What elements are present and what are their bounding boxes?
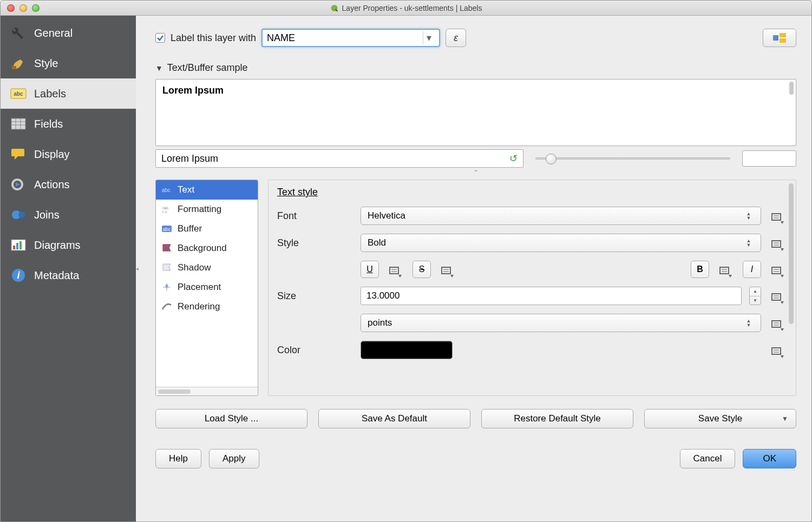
- svg-point-12: [18, 212, 25, 218]
- svg-rect-55: [772, 294, 781, 300]
- sidebar-item-actions[interactable]: Actions: [1, 169, 136, 200]
- tablist-scrollbar[interactable]: [156, 387, 258, 395]
- buffer-tab-icon: abc: [161, 224, 172, 234]
- sidebar-label: General: [34, 27, 73, 39]
- label-layer-checkbox[interactable]: [155, 33, 165, 43]
- tab-placement[interactable]: Placement: [156, 277, 258, 297]
- svg-rect-63: [772, 348, 781, 354]
- sidebar-item-diagrams[interactable]: Diagrams: [1, 230, 136, 260]
- window: Layer Properties - uk-settlements | Labe…: [0, 0, 812, 522]
- minimize-window-button[interactable]: [19, 4, 27, 12]
- sidebar-item-metadata[interactable]: i Metadata: [1, 260, 136, 290]
- label-tabs: abc Text +ab< c Formatting abc Buffer Ba…: [155, 180, 258, 396]
- sidebar-label: Actions: [34, 179, 70, 191]
- svg-marker-42: [398, 275, 402, 277]
- svg-marker-66: [781, 355, 784, 358]
- font-data-defined-button[interactable]: [769, 207, 787, 224]
- background-tab-icon: [161, 243, 172, 253]
- size-stepper[interactable]: ▲▼: [749, 287, 761, 305]
- sidebar-item-labels[interactable]: abc Labels: [1, 78, 136, 109]
- tab-text[interactable]: abc Text: [156, 180, 258, 200]
- font-select[interactable]: Helvetica ▲▼: [361, 207, 761, 225]
- strikeout-data-defined-button[interactable]: [438, 261, 457, 278]
- load-style-button[interactable]: Load Style ...: [155, 409, 307, 428]
- svg-marker-38: [781, 248, 784, 251]
- svg-rect-21: [780, 38, 786, 43]
- color-data-defined-button[interactable]: [769, 341, 787, 359]
- tab-formatting[interactable]: +ab< c Formatting: [156, 200, 258, 219]
- save-style-button[interactable]: Save Style▼: [644, 409, 796, 428]
- slider-thumb[interactable]: [546, 154, 556, 164]
- size-unit-select[interactable]: points ▲▼: [361, 314, 761, 332]
- expression-button[interactable]: ε: [446, 29, 466, 47]
- tooltip-icon: [10, 147, 27, 162]
- info-icon: i: [10, 268, 27, 283]
- svg-rect-47: [720, 267, 729, 274]
- cancel-button[interactable]: Cancel: [680, 449, 736, 468]
- sidebar-item-fields[interactable]: Fields: [1, 109, 136, 139]
- svg-rect-14: [13, 246, 15, 249]
- svg-rect-15: [16, 243, 18, 249]
- sample-text-input[interactable]: Lorem Ipsum ↺: [155, 149, 523, 168]
- form-scrollbar[interactable]: [789, 183, 794, 324]
- reset-icon[interactable]: ↺: [509, 153, 518, 164]
- svg-rect-35: [772, 241, 781, 247]
- bold-button[interactable]: B: [691, 261, 709, 278]
- size-input[interactable]: [361, 287, 742, 305]
- zoom-window-button[interactable]: [32, 4, 40, 12]
- text-style-form: Text style Font Helvetica ▲▼ Style Bold: [268, 180, 796, 396]
- style-data-defined-button[interactable]: [769, 234, 787, 252]
- svg-rect-43: [442, 267, 450, 274]
- svg-text:+ab: +ab: [162, 206, 168, 210]
- restore-default-button[interactable]: Restore Default Style: [481, 409, 633, 428]
- sidebar-item-general[interactable]: General: [1, 18, 136, 48]
- unit-data-defined-button[interactable]: [769, 314, 787, 332]
- bold-data-defined-button[interactable]: [717, 261, 735, 278]
- sidebar: General Style abc Labels Fields Display …: [1, 16, 136, 521]
- svg-marker-10: [16, 182, 20, 187]
- svg-text:abc: abc: [163, 227, 171, 232]
- close-window-button[interactable]: [7, 4, 15, 12]
- apply-button[interactable]: Apply: [209, 449, 259, 468]
- gear-play-icon: [10, 177, 27, 192]
- underline-data-defined-button[interactable]: [387, 261, 405, 278]
- sidebar-item-display[interactable]: Display: [1, 139, 136, 169]
- splitter-handle[interactable]: ◂: [136, 16, 140, 521]
- preview-size-slider[interactable]: [531, 157, 735, 160]
- size-data-defined-button[interactable]: [769, 287, 787, 305]
- label-field-combo[interactable]: NAME ▾: [261, 29, 440, 47]
- svg-rect-1: [12, 66, 16, 69]
- automated-placement-button[interactable]: [763, 29, 796, 47]
- svg-rect-27: [165, 247, 169, 250]
- tab-rendering[interactable]: Rendering: [156, 297, 258, 316]
- color-button[interactable]: [361, 341, 453, 359]
- sample-section-header[interactable]: ▼ Text/Buffer sample: [155, 62, 796, 74]
- tab-shadow[interactable]: Shadow: [156, 258, 258, 277]
- sidebar-item-joins[interactable]: Joins: [1, 200, 136, 230]
- sidebar-label: Diagrams: [34, 239, 81, 252]
- tab-buffer[interactable]: abc Buffer: [156, 219, 258, 239]
- svg-text:abc: abc: [14, 91, 23, 97]
- style-label: Style: [277, 237, 353, 249]
- combo-value: NAME: [267, 32, 295, 44]
- text-tab-icon: abc: [161, 185, 172, 195]
- sidebar-label: Labels: [34, 88, 66, 100]
- style-select[interactable]: Bold ▲▼: [361, 234, 761, 252]
- sidebar-label: Joins: [34, 209, 60, 221]
- italic-data-defined-button[interactable]: [769, 261, 787, 278]
- preview-scrollbar[interactable]: [789, 82, 794, 95]
- ok-button[interactable]: OK: [743, 449, 796, 468]
- help-button[interactable]: Help: [155, 449, 201, 468]
- size-label: Size: [277, 290, 353, 302]
- underline-button[interactable]: U: [361, 261, 379, 278]
- tab-background[interactable]: Background: [156, 239, 258, 258]
- preview-bg-color[interactable]: [742, 150, 796, 167]
- strikeout-button[interactable]: S: [412, 261, 431, 278]
- sidebar-item-style[interactable]: Style: [1, 48, 136, 78]
- horizontal-splitter[interactable]: ⌃: [155, 169, 796, 176]
- svg-marker-34: [781, 221, 784, 224]
- italic-button[interactable]: I: [743, 261, 761, 278]
- svg-marker-54: [781, 275, 784, 277]
- disclosure-triangle-icon: ▼: [155, 64, 163, 72]
- save-default-button[interactable]: Save As Default: [318, 409, 470, 428]
